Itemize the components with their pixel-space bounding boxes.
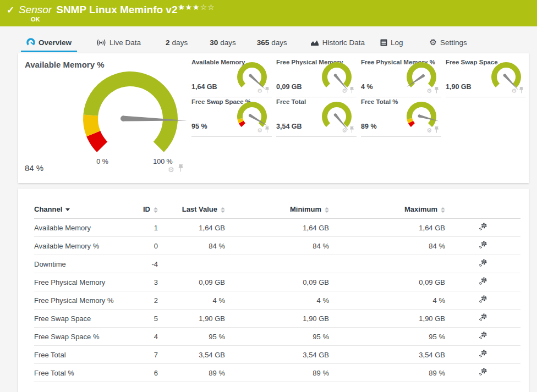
gauge-scale-min: 0 % [91,158,113,165]
channels-panel: Channel ID Last Value Minimum Maximum Av… [18,189,529,392]
main-gauge-value: 84 % [25,163,43,173]
channel-settings-cell [445,328,520,346]
object-kind-label: Sensor [19,4,52,15]
gear-icon[interactable]: ⚙ [342,128,347,134]
channel-id-cell: 0 [141,237,158,255]
channel-last-value-cell: 89 % [158,364,225,382]
tab-historic-data[interactable]: Historic Data [305,34,370,52]
gear-icon[interactable]: ⚙ [342,88,347,94]
pin-icon[interactable] [265,125,270,135]
gauge-tile-free-total[interactable]: Free Total %89 %⚙ [361,97,441,137]
channel-settings-icon[interactable] [478,295,487,304]
tab-label: days [271,38,287,47]
channel-name-cell: Free Physical Memory [34,273,141,291]
channel-row-available-memory: Available Memory11,64 GB1,64 GB1,64 GB [34,219,520,237]
tab-overview[interactable]: Overview [21,34,77,52]
stars-filled[interactable]: ★★★ [178,3,200,12]
channel-maximum-cell: 95 % [329,328,445,346]
pin-icon[interactable] [265,86,270,96]
priority-stars[interactable]: ★★★☆☆ [178,3,215,12]
channel-name-cell: Free Total [34,346,141,364]
column-header-last-value[interactable]: Last Value [158,205,225,219]
sensor-title-line: SensorSNMP Linux Meminfo v2⚐ [19,4,185,16]
gear-icon[interactable]: ⚙ [511,88,517,94]
channel-settings-icon[interactable] [478,258,487,268]
channel-settings-cell [445,291,520,310]
channel-name-cell: Free Swap Space % [34,328,141,346]
channel-settings-cell [445,255,520,273]
channel-id-cell: -4 [141,255,158,273]
column-header-maximum[interactable]: Maximum [329,205,445,219]
column-label: Maximum [404,205,437,213]
channel-name-cell: Downtime [34,255,141,273]
channel-settings-icon[interactable] [478,277,487,286]
pin-icon[interactable] [519,86,524,96]
channel-settings-icon[interactable] [478,313,487,322]
tab-settings[interactable]: ⚙ Settings [424,34,473,52]
tab-bar: Overview Live Data 2 days 30 days 365 da… [0,34,537,52]
gauge-tile-free-physical-memory[interactable]: Free Physical Memory0,09 GB⚙ [276,58,357,97]
sort-desc-icon [65,208,70,211]
gauge-value: 4 % [361,83,373,91]
channel-name-cell: Available Memory [34,219,141,237]
column-header-id[interactable]: ID [141,205,158,219]
channel-maximum-cell: 3,54 GB [329,346,445,364]
channel-row-free-physical-memory: Free Physical Memory %24 %4 %4 % [34,291,520,310]
gauge-tile-available-memory[interactable]: Available Memory1,64 GB⚙ [191,58,272,97]
tab-label: Overview [39,38,72,47]
channel-settings-icon[interactable] [478,240,487,250]
channel-settings-icon[interactable] [478,367,487,377]
column-label: ID [143,205,150,213]
sort-icon [154,207,158,213]
tab-2-days[interactable]: 2 days [160,34,193,52]
channel-last-value-cell [158,255,225,273]
channel-settings-icon[interactable] [478,222,487,231]
channel-minimum-cell: 89 % [225,364,329,382]
pin-icon[interactable] [178,164,184,174]
gear-icon: ⚙ [430,37,437,47]
gear-icon[interactable]: ⚙ [426,128,432,134]
tab-label: Live Data [109,38,141,47]
status-badge: OK [31,16,40,23]
tab-365-days[interactable]: 365 days [251,34,293,52]
gear-icon[interactable]: ⚙ [257,128,262,134]
tab-number: 30 [210,38,218,47]
gear-icon[interactable]: ⚙ [426,88,432,94]
channel-name-cell: Free Physical Memory % [34,291,141,310]
gauge-tile-free-swap-space[interactable]: Free Swap Space1,90 GB⚙ [446,58,526,97]
pin-icon[interactable] [349,86,354,96]
gauges-panel: Available Memory % 0 % 100 % 84 % ⚙ Avai… [18,53,529,183]
gear-icon[interactable]: ⚙ [257,88,262,94]
tab-30-days[interactable]: 30 days [204,34,242,52]
channel-settings-icon[interactable] [478,349,487,358]
channel-settings-cell [445,219,520,237]
channel-row-free-swap-space: Free Swap Space51,90 GB1,90 GB1,90 GB [34,310,520,328]
channel-maximum-cell: 84 % [329,237,445,255]
gauge-tile-icons: ⚙ [426,86,439,96]
pin-icon[interactable] [434,86,439,96]
stars-empty[interactable]: ☆☆ [200,3,215,12]
pin-icon[interactable] [434,125,439,135]
column-header-channel[interactable]: Channel [34,205,141,219]
channel-settings-icon[interactable] [478,331,487,340]
tab-number: 365 [257,38,270,47]
channel-last-value-cell: 95 % [158,328,225,346]
column-header-minimum[interactable]: Minimum [225,205,329,219]
channel-id-cell: 7 [141,346,158,364]
channel-maximum-cell: 0,09 GB [329,273,445,291]
tab-live-data[interactable]: Live Data [91,34,146,52]
channel-settings-cell [445,273,520,291]
gauge-tile-free-total[interactable]: Free Total3,54 GB⚙ [276,97,357,137]
pin-icon[interactable] [349,125,354,135]
gauge-tile-free-physical-memory[interactable]: Free Physical Memory %4 %⚙ [361,58,441,97]
tab-log[interactable]: Log [375,34,409,52]
gauge-value: 0,09 GB [276,83,302,91]
gauge-tile-icons: ⚙ [426,125,439,135]
gauge-tile-free-swap-space[interactable]: Free Swap Space %95 %⚙ [191,97,272,137]
channel-table-body: Available Memory11,64 GB1,64 GB1,64 GBAv… [34,219,520,382]
sensor-status-banner: ✓ SensorSNMP Linux Meminfo v2⚐ ★★★☆☆ OK [0,0,537,26]
channel-minimum-cell: 84 % [225,237,329,255]
gear-icon[interactable]: ⚙ [168,166,174,173]
channel-last-value-cell: 3,54 GB [158,346,225,364]
gauge-value: 1,64 GB [191,83,217,91]
